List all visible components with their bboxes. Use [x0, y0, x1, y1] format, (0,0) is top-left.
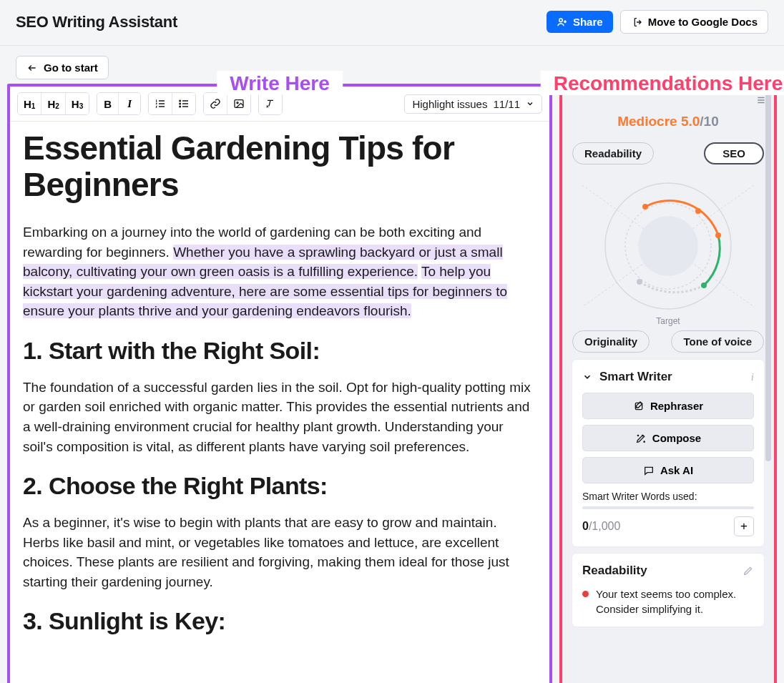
doc-heading-2: 2. Choose the Right Plants: [23, 472, 536, 500]
goto-start-label: Go to start [44, 62, 98, 74]
add-words-button[interactable]: + [734, 516, 754, 536]
usage-value: 0/1,000 [582, 520, 620, 533]
unordered-list-button[interactable] [172, 93, 195, 114]
write-here-label: Write Here [217, 71, 343, 95]
chip-readability[interactable]: Readability [572, 142, 654, 164]
usage-label: Smart Writer Words used: [582, 491, 754, 502]
score-line: Mediocre 5.0/10 [568, 114, 768, 129]
topbar-actions: Share Move to Google Docs [547, 10, 768, 34]
recommendations-here-label: Recommendations Here [541, 71, 784, 95]
edit-button[interactable] [743, 565, 754, 576]
chat-icon [643, 465, 655, 476]
h1-button[interactable]: H1 [18, 93, 41, 114]
usage-bar [582, 506, 754, 509]
gdocs-label: Move to Google Docs [648, 16, 758, 28]
readability-title: Readability [582, 564, 735, 578]
page-title: SEO Writing Assistant [16, 13, 177, 31]
doc-paragraph-3: As a beginner, it's wise to begin with p… [23, 513, 536, 591]
doc-paragraph-2: The foundation of a successful garden li… [23, 378, 536, 456]
svg-point-12 [642, 204, 648, 210]
menu-button[interactable] [755, 95, 767, 105]
svg-point-3 [180, 106, 181, 107]
svg-point-1 [180, 100, 181, 102]
editor-body[interactable]: Essential Gardening Tips for Beginners E… [10, 122, 549, 657]
chip-seo[interactable]: SEO [704, 142, 764, 164]
image-icon [233, 98, 245, 109]
share-label: Share [573, 16, 603, 28]
ordered-list-button[interactable] [149, 93, 172, 114]
clear-format-button[interactable] [259, 93, 282, 114]
doc-heading-1: 1. Start with the Right Soil: [23, 337, 536, 365]
unordered-list-icon [178, 98, 190, 109]
chip-tone[interactable]: Tone of voice [671, 330, 764, 353]
compose-icon [635, 433, 647, 444]
ask-ai-button[interactable]: Ask AI [582, 457, 754, 483]
info-icon[interactable]: i [751, 371, 754, 383]
compose-button[interactable]: Compose [582, 425, 754, 451]
h2-button[interactable]: H2 [41, 93, 65, 114]
bold-button[interactable]: B [97, 93, 119, 114]
svg-point-5 [237, 102, 238, 104]
ordered-list-icon [155, 98, 166, 109]
link-icon [210, 98, 221, 109]
clear-format-icon [265, 98, 276, 109]
pencil-icon [743, 565, 754, 576]
highlight-label: Highlight issues [412, 98, 487, 110]
svg-point-16 [637, 279, 642, 285]
image-button[interactable] [227, 93, 250, 114]
svg-point-19 [637, 435, 638, 436]
doc-paragraph-1: Embarking on a journey into the world of… [23, 222, 536, 321]
highlight-issues-dropdown[interactable]: Highlight issues 11/11 [404, 94, 542, 114]
person-plus-icon [557, 16, 568, 28]
chevron-down-icon[interactable] [582, 372, 592, 382]
svg-point-18 [644, 441, 645, 442]
readability-card: Readability Your text seems too complex.… [572, 554, 764, 627]
doc-heading-3: 3. Sunlight is Key: [23, 607, 536, 635]
smart-writer-card: Smart Writer i Rephraser Compose Ask AI [572, 360, 764, 546]
radar-chart [568, 167, 768, 325]
svg-point-13 [695, 208, 701, 214]
highlight-count: 11/11 [493, 98, 520, 110]
svg-point-11 [638, 216, 698, 276]
svg-point-15 [701, 282, 707, 288]
arrow-left-icon [26, 63, 38, 73]
readability-issue: Your text seems too complex. Consider si… [582, 586, 754, 616]
doc-title: Essential Gardening Tips for Beginners [23, 130, 536, 202]
svg-point-14 [715, 232, 721, 238]
rephraser-button[interactable]: Rephraser [582, 393, 754, 419]
goto-start-button[interactable]: Go to start [16, 56, 109, 79]
chip-originality[interactable]: Originality [572, 330, 650, 353]
smart-writer-title: Smart Writer [599, 370, 744, 384]
share-button[interactable]: Share [547, 11, 613, 33]
rephraser-icon [633, 401, 645, 412]
link-button[interactable] [204, 93, 227, 114]
italic-button[interactable]: I [119, 93, 140, 114]
svg-point-2 [180, 103, 181, 104]
export-icon [631, 16, 642, 28]
chevron-down-icon [526, 99, 534, 108]
red-dot-icon [582, 591, 589, 597]
move-gdocs-button[interactable]: Move to Google Docs [620, 10, 768, 34]
svg-point-0 [559, 19, 563, 22]
menu-icon [755, 95, 767, 105]
h3-button[interactable]: H3 [66, 93, 89, 114]
